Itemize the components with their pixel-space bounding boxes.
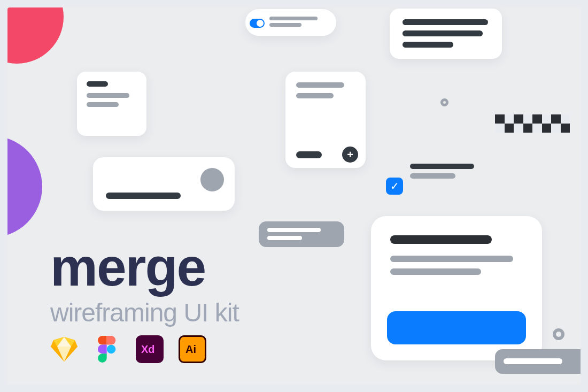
wireframe-cta-card: [371, 216, 542, 360]
ring-icon: [553, 328, 564, 340]
decorative-circle-pink: [7, 7, 64, 64]
wireframe-text-block: [390, 9, 502, 59]
wireframe-grey-pill: [259, 221, 344, 247]
sketch-icon: [50, 335, 78, 363]
wireframe-search-bar: [93, 157, 235, 211]
svg-point-0: [107, 345, 116, 354]
decorative-circle-purple: [7, 136, 42, 237]
toggle-icon: [250, 19, 265, 28]
svg-text:Xd: Xd: [141, 343, 155, 355]
illustrator-icon: Ai: [179, 335, 206, 363]
product-subtitle: wireframing UI kit: [50, 298, 239, 327]
wireframe-card-small: [77, 72, 146, 136]
figma-icon: [93, 335, 121, 363]
product-title: merge: [50, 240, 239, 294]
primary-button-placeholder: [387, 311, 526, 344]
check-icon: ✓: [386, 178, 403, 195]
wireframe-card-plus: +: [285, 72, 366, 168]
wireframe-grey-pill-edge: [495, 349, 581, 374]
title-block: merge wireframing UI kit: [50, 240, 239, 327]
checkerboard-swatch: [495, 114, 570, 133]
ring-icon: [440, 98, 448, 106]
wireframe-toggle-row: [245, 9, 336, 36]
supported-apps-row: Xd Ai: [50, 335, 206, 363]
xd-icon: Xd: [136, 335, 164, 363]
svg-text:Ai: Ai: [185, 343, 196, 355]
promo-frame: + ✓ merge wireframing UI kit Xd Ai: [7, 7, 581, 385]
plus-icon: +: [342, 147, 358, 163]
